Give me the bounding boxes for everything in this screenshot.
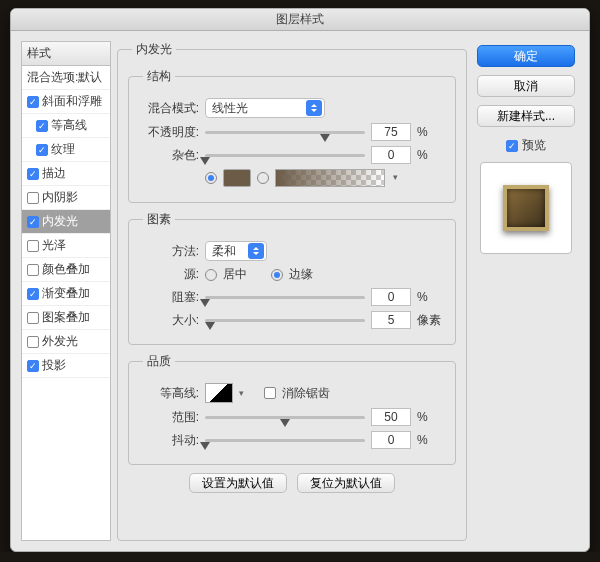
style-color-overlay[interactable]: 颜色叠加: [22, 258, 110, 282]
style-outer-glow[interactable]: 外发光: [22, 330, 110, 354]
check-icon[interactable]: [27, 216, 39, 228]
check-icon[interactable]: [36, 120, 48, 132]
check-icon[interactable]: [27, 264, 39, 276]
style-pattern-overlay[interactable]: 图案叠加: [22, 306, 110, 330]
cancel-button[interactable]: 取消: [477, 75, 575, 97]
preview-checkbox[interactable]: [506, 140, 518, 152]
blending-options-row[interactable]: 混合选项:默认: [22, 66, 110, 90]
updown-icon: [248, 243, 264, 259]
range-input[interactable]: 50: [371, 408, 411, 426]
color-radio[interactable]: [205, 172, 217, 184]
style-inner-shadow[interactable]: 内阴影: [22, 186, 110, 210]
elements-group: 图素 方法: 柔和 源: 居中 边缘 阻塞: 0 % 大小: 5 像素: [128, 211, 456, 345]
gradient-radio[interactable]: [257, 172, 269, 184]
styles-list: 样式 混合选项:默认 斜面和浮雕 等高线 纹理 描边 内阴影 内发光 光泽 颜色…: [21, 41, 111, 541]
color-swatch[interactable]: [223, 169, 251, 187]
check-icon[interactable]: [27, 288, 39, 300]
technique-label: 方法:: [139, 243, 199, 260]
check-icon[interactable]: [27, 168, 39, 180]
gradient-picker[interactable]: ▾: [275, 169, 385, 187]
panel-title: 内发光: [132, 41, 176, 58]
reset-default-button[interactable]: 复位为默认值: [297, 473, 395, 493]
style-drop-shadow[interactable]: 投影: [22, 354, 110, 378]
inner-glow-panel: 内发光 结构 混合模式: 线性光 不透明度: 75 % 杂色: 0 % ▾ 图素…: [117, 41, 467, 541]
noise-slider[interactable]: [205, 147, 365, 163]
make-default-button[interactable]: 设置为默认值: [189, 473, 287, 493]
range-label: 范围:: [139, 409, 199, 426]
opacity-input[interactable]: 75: [371, 123, 411, 141]
preview-thumbnail: [480, 162, 572, 254]
source-center-radio[interactable]: [205, 269, 217, 281]
styles-list-header[interactable]: 样式: [22, 42, 110, 66]
choke-slider[interactable]: [205, 289, 365, 305]
blend-mode-select[interactable]: 线性光: [205, 98, 325, 118]
antialias-checkbox[interactable]: [264, 387, 276, 399]
style-satin[interactable]: 光泽: [22, 234, 110, 258]
chevron-down-icon[interactable]: ▾: [393, 172, 398, 182]
check-icon[interactable]: [27, 360, 39, 372]
check-icon[interactable]: [27, 336, 39, 348]
jitter-slider[interactable]: [205, 432, 365, 448]
style-texture[interactable]: 纹理: [22, 138, 110, 162]
jitter-label: 抖动:: [139, 432, 199, 449]
noise-input[interactable]: 0: [371, 146, 411, 164]
check-icon[interactable]: [36, 144, 48, 156]
size-slider[interactable]: [205, 312, 365, 328]
style-stroke[interactable]: 描边: [22, 162, 110, 186]
source-label: 源:: [139, 266, 199, 283]
new-style-button[interactable]: 新建样式...: [477, 105, 575, 127]
jitter-input[interactable]: 0: [371, 431, 411, 449]
quality-group: 品质 等高线: ▾ 消除锯齿 范围: 50 % 抖动: 0 %: [128, 353, 456, 465]
dialog-title: 图层样式: [11, 9, 589, 31]
contour-label: 等高线:: [139, 385, 199, 402]
layer-style-dialog: 图层样式 样式 混合选项:默认 斜面和浮雕 等高线 纹理 描边 内阴影 内发光 …: [10, 8, 590, 552]
size-input[interactable]: 5: [371, 311, 411, 329]
opacity-label: 不透明度:: [139, 124, 199, 141]
check-icon[interactable]: [27, 192, 39, 204]
contour-picker[interactable]: [205, 383, 233, 403]
choke-input[interactable]: 0: [371, 288, 411, 306]
choke-label: 阻塞:: [139, 289, 199, 306]
style-gradient-overlay[interactable]: 渐变叠加: [22, 282, 110, 306]
style-bevel[interactable]: 斜面和浮雕: [22, 90, 110, 114]
updown-icon: [306, 100, 322, 116]
preview-label: 预览: [522, 137, 546, 154]
technique-select[interactable]: 柔和: [205, 241, 267, 261]
structure-group: 结构 混合模式: 线性光 不透明度: 75 % 杂色: 0 % ▾: [128, 68, 456, 203]
check-icon[interactable]: [27, 312, 39, 324]
blending-label: 混合选项:默认: [27, 69, 102, 86]
source-edge-radio[interactable]: [271, 269, 283, 281]
noise-label: 杂色:: [139, 147, 199, 164]
size-label: 大小:: [139, 312, 199, 329]
style-contour[interactable]: 等高线: [22, 114, 110, 138]
style-inner-glow[interactable]: 内发光: [22, 210, 110, 234]
chevron-down-icon[interactable]: ▾: [239, 388, 244, 398]
range-slider[interactable]: [205, 409, 365, 425]
ok-button[interactable]: 确定: [477, 45, 575, 67]
blend-mode-label: 混合模式:: [139, 100, 199, 117]
check-icon[interactable]: [27, 240, 39, 252]
check-icon[interactable]: [27, 96, 39, 108]
opacity-slider[interactable]: [205, 124, 365, 140]
